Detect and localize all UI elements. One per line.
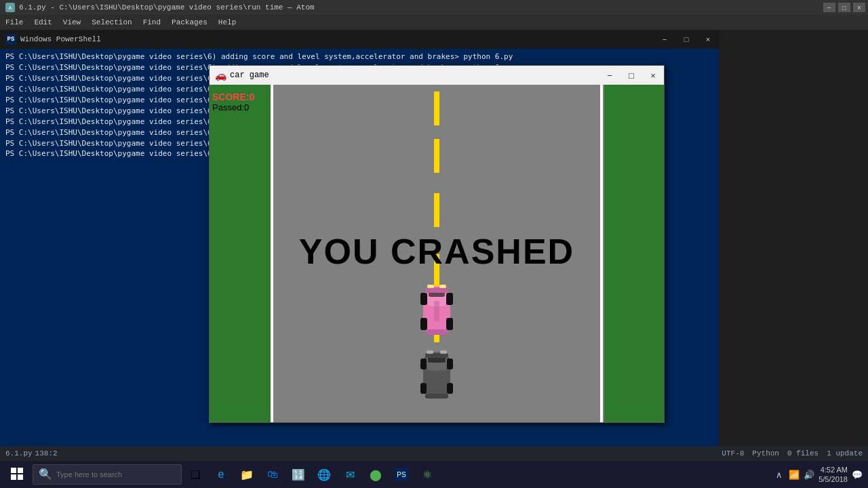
window-controls: − □ × <box>823 3 865 12</box>
road-line-right <box>600 85 603 422</box>
ps-maximize[interactable]: □ <box>675 30 697 49</box>
road-dash-2 <box>434 139 439 173</box>
game-canvas: SCORE:0 Passed:0 YOU CRASHED <box>210 85 664 422</box>
status-updates: 1 update <box>827 449 863 458</box>
task-view-button[interactable]: ❑ <box>183 462 208 487</box>
menu-help[interactable]: Help <box>218 18 236 26</box>
status-coords: 138:2 <box>35 449 58 458</box>
chrome-icon: ⬤ <box>369 468 382 481</box>
clock-date: 5/5/2018 <box>818 474 848 484</box>
svg-rect-10 <box>439 285 446 288</box>
car-game-window-controls: − □ × <box>599 66 664 85</box>
powershell-taskbar-icon: PS <box>395 468 408 481</box>
svg-rect-21 <box>427 350 433 354</box>
taskbar: 🔍 ❑ e 📁 🛍 🔢 🌐 ✉ ⬤ PS ⚛ ∧ 📶 🔊 4:52 AM 5/5… <box>0 461 868 488</box>
grass-right <box>603 85 664 422</box>
menu-selection[interactable]: Selection <box>92 18 132 26</box>
svg-rect-23 <box>11 468 16 473</box>
menu-packages[interactable]: Packages <box>172 18 208 26</box>
score-display: SCORE:0 Passed:0 <box>212 92 254 113</box>
svg-rect-16 <box>425 394 448 399</box>
svg-rect-24 <box>18 468 23 473</box>
ps-icon: PS <box>5 34 16 45</box>
tray-chevron[interactable]: ∧ <box>774 469 785 480</box>
status-bar: 6.1.py 138:2 UTF-8 Python 0 files 1 upda… <box>0 446 868 461</box>
menu-file[interactable]: File <box>5 18 23 26</box>
browser-button[interactable]: 🌐 <box>312 462 336 487</box>
atom-titlebar: A 6.1.py - C:\Users\ISHU\Desktop\pygame … <box>0 0 868 15</box>
status-language: Python <box>752 449 779 458</box>
svg-rect-7 <box>420 318 427 330</box>
calc-icon: 🔢 <box>292 468 305 481</box>
edge-button[interactable]: e <box>209 462 233 487</box>
minimize-button[interactable]: − <box>823 3 835 12</box>
menu-edit[interactable]: Edit <box>34 18 52 26</box>
atom-menubar: File Edit View Selection Find Packages H… <box>0 15 868 30</box>
ps-close[interactable]: × <box>697 30 719 49</box>
car-maximize[interactable]: □ <box>620 66 642 85</box>
calculator-button[interactable]: 🔢 <box>286 462 311 487</box>
svg-rect-18 <box>447 359 453 369</box>
road-dash-1 <box>434 92 439 125</box>
task-view-icon: ❑ <box>189 468 202 481</box>
car-game-titlebar: 🚗 car game − □ × <box>210 66 664 85</box>
atom-taskbar-btn[interactable]: ⚛ <box>415 462 439 487</box>
ps-minimize[interactable]: − <box>654 30 675 49</box>
passed-text: Passed:0 <box>212 102 254 113</box>
svg-rect-26 <box>18 474 23 480</box>
svg-rect-11 <box>434 301 439 321</box>
search-bar[interactable]: 🔍 <box>33 464 182 485</box>
chrome-button[interactable]: ⬤ <box>363 462 388 487</box>
mail-icon: ✉ <box>343 468 357 481</box>
car-game-icon: 🚗 <box>215 70 226 81</box>
edge-icon: e <box>214 468 228 481</box>
svg-rect-15 <box>425 353 448 358</box>
start-button[interactable] <box>3 462 31 487</box>
menu-view[interactable]: View <box>63 18 81 26</box>
road-line-left <box>271 85 273 422</box>
status-position: 6.1.py 138:2 <box>5 449 58 458</box>
tray-network[interactable]: 📶 <box>789 469 800 480</box>
browser-icon: 🌐 <box>317 468 331 481</box>
clock[interactable]: 4:52 AM 5/5/2018 <box>818 465 848 485</box>
svg-rect-17 <box>420 359 427 369</box>
car-close[interactable]: × <box>642 66 664 85</box>
svg-rect-5 <box>420 293 427 305</box>
file-explorer-icon: 📁 <box>240 468 254 481</box>
system-tray: ∧ 📶 🔊 4:52 AM 5/5/2018 💬 <box>768 461 868 488</box>
svg-rect-9 <box>427 285 434 288</box>
svg-rect-8 <box>446 318 453 330</box>
car-game-window: 🚗 car game − □ × SCORE:0 Passed:0 YOU C <box>209 65 665 423</box>
svg-rect-22 <box>440 350 447 354</box>
atom-title: 6.1.py - C:\Users\ISHU\Desktop\pygame vi… <box>19 3 315 12</box>
svg-rect-6 <box>446 293 453 305</box>
score-text: SCORE:0 <box>212 92 254 102</box>
status-filename: 6.1.py <box>5 449 33 458</box>
menu-find[interactable]: Find <box>143 18 161 26</box>
maximize-button[interactable]: □ <box>838 3 850 12</box>
svg-rect-4 <box>426 329 448 335</box>
powershell-taskbar-btn[interactable]: PS <box>389 462 414 487</box>
player-car <box>419 281 454 342</box>
file-explorer-button[interactable]: 📁 <box>235 462 259 487</box>
enemy-car <box>420 348 454 405</box>
grass-left <box>210 85 271 422</box>
ps-window-controls: − □ × <box>654 30 719 49</box>
atom-taskbar-icon: ⚛ <box>420 468 434 481</box>
tray-notification[interactable]: 💬 <box>852 469 863 480</box>
clock-time: 4:52 AM <box>818 465 848 474</box>
store-icon: 🛍 <box>266 468 279 481</box>
atom-icon: A <box>5 3 15 12</box>
search-icon: 🔍 <box>39 468 52 481</box>
svg-rect-19 <box>420 383 427 394</box>
status-right: UTF-8 Python 0 files 1 update <box>722 449 863 458</box>
mail-button[interactable]: ✉ <box>338 462 362 487</box>
tray-volume[interactable]: 🔊 <box>804 469 814 480</box>
status-encoding: UTF-8 <box>722 449 744 458</box>
car-minimize[interactable]: − <box>599 66 620 85</box>
car-game-title: car game <box>230 70 269 80</box>
ps-titlebar: PS Windows PowerShell − □ × <box>0 30 719 49</box>
close-button[interactable]: × <box>853 3 865 12</box>
search-input[interactable] <box>56 470 165 479</box>
store-button[interactable]: 🛍 <box>260 462 285 487</box>
